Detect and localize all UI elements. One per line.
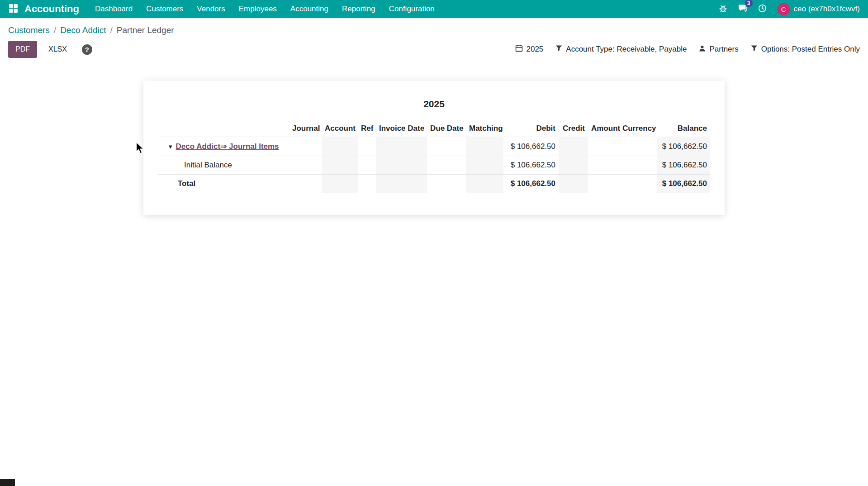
total-label-cell: Total (158, 175, 289, 193)
menu-vendors[interactable]: Vendors (190, 0, 232, 18)
table-row-partner: ▾Deco Addict⇒ Journal Items $ 106,662.50… (158, 137, 710, 156)
cell-journal (289, 137, 322, 156)
col-header-account: Account (322, 120, 358, 137)
apps-menu-button[interactable] (6, 0, 20, 18)
cell-journal (289, 156, 322, 175)
menu-accounting[interactable]: Accounting (284, 0, 335, 18)
report-title: 2025 (158, 99, 710, 110)
breadcrumb-separator: / (110, 25, 113, 35)
col-header-debit: Debit (503, 120, 559, 137)
cell-account (322, 175, 358, 193)
cell-matching (466, 156, 503, 175)
filter-icon (751, 45, 758, 54)
col-header-matching: Matching (466, 120, 503, 137)
initial-balance-label: Initial Balance (184, 161, 232, 169)
calendar-icon (515, 44, 523, 54)
cell-ref (358, 137, 376, 156)
cell-balance: $ 106,662.50 (657, 137, 710, 156)
cell-account (322, 137, 358, 156)
control-panel: PDF XLSX ? 2025 Account Type: Receivable… (0, 37, 868, 65)
partner-ledger-report: 2025 Journal Account Ref Invoice Date Du… (143, 81, 725, 215)
navbar-right: 3 C ceo (ex7h0x1fcwvf) (719, 3, 862, 15)
report-filters: 2025 Account Type: Receivable, Payable P… (515, 44, 860, 54)
cell-due-date (427, 137, 466, 156)
cell-account (322, 156, 358, 175)
cell-amount-currency (588, 137, 657, 156)
top-navbar: Accounting Dashboard Customers Vendors E… (0, 0, 868, 18)
user-menu[interactable]: C ceo (ex7h0x1fcwvf) (778, 3, 860, 15)
menu-employees[interactable]: Employees (232, 0, 284, 18)
initial-balance-label-cell: Initial Balance (158, 156, 289, 175)
partner-journal-items-link[interactable]: Deco Addict⇒ Journal Items (176, 142, 279, 151)
bug-icon (719, 4, 727, 14)
cell-invoice-date (376, 175, 427, 193)
partner-line-cell: ▾Deco Addict⇒ Journal Items (158, 137, 289, 156)
caret-down-icon[interactable]: ▾ (169, 143, 172, 151)
menu-reporting[interactable]: Reporting (335, 0, 382, 18)
bottom-left-artifact (0, 479, 15, 486)
cell-invoice-date (376, 137, 427, 156)
cell-invoice-date (376, 156, 427, 175)
cell-ref (358, 156, 376, 175)
cell-balance: $ 106,662.50 (657, 175, 710, 193)
col-header-ref: Ref (358, 120, 376, 137)
cell-amount-currency (588, 156, 657, 175)
cell-amount-currency (588, 175, 657, 193)
menu-customers[interactable]: Customers (139, 0, 190, 18)
filter-account-type-label: Account Type: Receivable, Payable (566, 45, 687, 54)
table-row-initial-balance: Initial Balance $ 106,662.50 $ 106,662.5… (158, 156, 710, 175)
cell-credit (559, 156, 588, 175)
menu-configuration[interactable]: Configuration (382, 0, 441, 18)
messages-button[interactable]: 3 (738, 4, 747, 14)
col-header-balance: Balance (657, 120, 710, 137)
filter-date[interactable]: 2025 (515, 44, 544, 54)
col-header-due-date: Due Date (427, 120, 466, 137)
cell-debit: $ 106,662.50 (503, 156, 559, 175)
help-icon[interactable]: ? (82, 44, 92, 55)
breadcrumb: Customers / Deco Addict / Partner Ledger (0, 18, 868, 37)
col-header-credit: Credit (559, 120, 588, 137)
pdf-button[interactable]: PDF (8, 41, 37, 58)
filter-partners[interactable]: Partners (699, 45, 738, 54)
breadcrumb-deco-addict[interactable]: Deco Addict (60, 25, 106, 35)
cell-credit (559, 175, 588, 193)
xlsx-button[interactable]: XLSX (41, 41, 74, 58)
breadcrumb-customers[interactable]: Customers (8, 25, 50, 35)
table-row-total: Total $ 106,662.50 $ 106,662.50 (158, 175, 710, 193)
avatar: C (778, 3, 790, 15)
activities-button[interactable] (758, 4, 767, 14)
col-header-amount-currency: Amount Currency (588, 120, 657, 137)
clock-icon (758, 4, 767, 14)
apps-grid-icon (9, 4, 18, 15)
cell-credit (559, 137, 588, 156)
total-label: Total (178, 179, 195, 188)
main-menu: Dashboard Customers Vendors Employees Ac… (88, 0, 441, 18)
partner-ledger-table: Journal Account Ref Invoice Date Due Dat… (158, 120, 710, 193)
filter-options[interactable]: Options: Posted Entries Only (751, 45, 860, 54)
table-header-row: Journal Account Ref Invoice Date Due Dat… (158, 120, 710, 137)
cell-matching (466, 175, 503, 193)
cell-debit: $ 106,662.50 (503, 175, 559, 193)
cell-balance: $ 106,662.50 (657, 156, 710, 175)
cell-debit: $ 106,662.50 (503, 137, 559, 156)
menu-dashboard[interactable]: Dashboard (88, 0, 139, 18)
filter-icon (555, 45, 562, 54)
breadcrumb-current: Partner Ledger (117, 25, 174, 35)
debug-button[interactable] (719, 4, 727, 14)
filter-account-type[interactable]: Account Type: Receivable, Payable (555, 45, 687, 54)
app-name[interactable]: Accounting (24, 3, 79, 15)
breadcrumb-separator: / (54, 25, 56, 35)
cell-ref (358, 175, 376, 193)
col-header-invoice-date: Invoice Date (376, 120, 427, 137)
user-name: ceo (ex7h0x1fcwvf) (794, 5, 860, 14)
cell-due-date (427, 156, 466, 175)
cell-journal (289, 175, 322, 193)
cell-matching (466, 137, 503, 156)
message-count-badge: 3 (745, 0, 753, 7)
filter-date-label: 2025 (526, 45, 544, 54)
person-icon (699, 45, 706, 54)
col-header-journal: Journal (289, 120, 322, 137)
filter-partners-label: Partners (709, 45, 738, 54)
col-header-empty (158, 120, 289, 137)
filter-options-label: Options: Posted Entries Only (761, 45, 860, 54)
